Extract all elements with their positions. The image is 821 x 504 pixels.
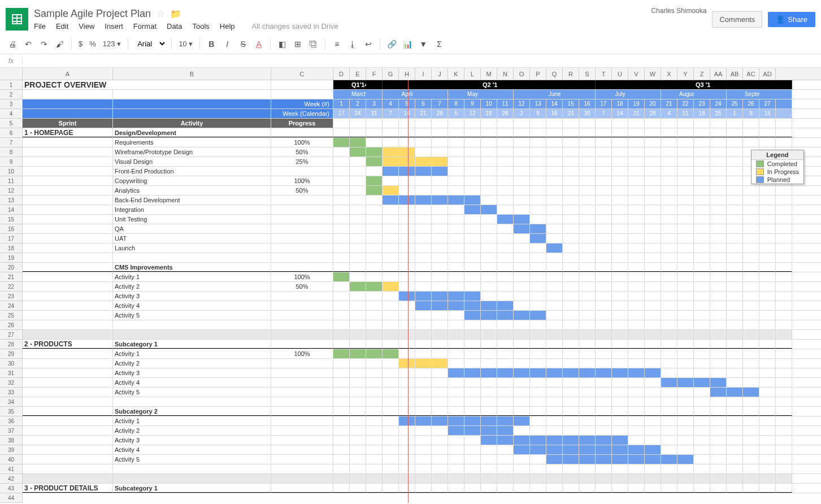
cell[interactable]: [333, 215, 350, 224]
cell[interactable]: [727, 474, 743, 483]
cell[interactable]: [481, 215, 497, 224]
cell[interactable]: [481, 234, 497, 243]
cell[interactable]: [727, 195, 743, 205]
cell[interactable]: [579, 157, 596, 166]
row-header[interactable]: 36: [0, 416, 22, 426]
cell[interactable]: [694, 90, 710, 99]
cell[interactable]: [514, 80, 530, 89]
cell[interactable]: Activity 1: [113, 272, 271, 281]
cell[interactable]: [759, 244, 776, 253]
cell[interactable]: [432, 464, 448, 473]
cell[interactable]: [759, 234, 776, 243]
cell[interactable]: [333, 244, 350, 253]
cell[interactable]: [694, 320, 710, 329]
cell[interactable]: 1: [333, 99, 350, 108]
cell[interactable]: [530, 157, 546, 166]
cell[interactable]: [727, 128, 743, 137]
cell[interactable]: [612, 397, 628, 406]
cell[interactable]: [546, 205, 563, 214]
cell[interactable]: [497, 368, 514, 377]
cell[interactable]: [677, 407, 694, 416]
cell[interactable]: [415, 349, 432, 358]
cell[interactable]: [563, 195, 579, 205]
cell[interactable]: [677, 167, 694, 176]
cell[interactable]: [333, 455, 350, 464]
cell[interactable]: [113, 474, 271, 483]
cell[interactable]: [271, 215, 333, 224]
cell[interactable]: [366, 253, 383, 262]
cell[interactable]: [514, 455, 530, 464]
cell[interactable]: [694, 484, 710, 493]
cell[interactable]: [530, 119, 546, 128]
cell[interactable]: [612, 378, 628, 387]
cell[interactable]: [727, 426, 743, 435]
cell[interactable]: [743, 397, 759, 406]
cell[interactable]: [464, 330, 481, 339]
cell[interactable]: [464, 445, 481, 454]
cell[interactable]: [415, 455, 432, 464]
cell[interactable]: [383, 301, 399, 310]
cell[interactable]: [727, 388, 743, 397]
cell[interactable]: [628, 340, 645, 349]
cell[interactable]: Activity 5: [113, 311, 271, 320]
cell[interactable]: [710, 253, 727, 262]
cell[interactable]: [694, 301, 710, 310]
cell[interactable]: [727, 253, 743, 262]
cell[interactable]: [333, 176, 350, 185]
cell[interactable]: [579, 436, 596, 445]
cell[interactable]: [677, 195, 694, 205]
cell[interactable]: [694, 234, 710, 243]
cell[interactable]: 12: [464, 109, 481, 118]
cell[interactable]: [776, 330, 792, 339]
cell[interactable]: [350, 484, 366, 493]
star-icon[interactable]: ☆: [157, 8, 164, 19]
cell[interactable]: [694, 224, 710, 233]
cell[interactable]: [383, 263, 399, 272]
cell[interactable]: [743, 320, 759, 329]
cell[interactable]: [579, 484, 596, 493]
cell[interactable]: [448, 282, 464, 291]
cell[interactable]: [497, 311, 514, 320]
cell[interactable]: [497, 205, 514, 214]
cell[interactable]: 17: [333, 109, 350, 118]
cell[interactable]: [399, 320, 415, 329]
cell[interactable]: [546, 464, 563, 473]
cell[interactable]: [481, 340, 497, 349]
cell[interactable]: [333, 416, 350, 425]
cell[interactable]: [333, 484, 350, 493]
cell[interactable]: [448, 157, 464, 166]
cell[interactable]: [694, 330, 710, 339]
cell[interactable]: 14: [546, 99, 563, 108]
cell[interactable]: [661, 349, 677, 358]
cell[interactable]: [366, 340, 383, 349]
cell[interactable]: [546, 253, 563, 262]
cell[interactable]: [645, 301, 661, 310]
cell[interactable]: 19: [628, 99, 645, 108]
cell[interactable]: [563, 215, 579, 224]
cell[interactable]: [448, 359, 464, 368]
col-header[interactable]: E: [350, 68, 366, 80]
cell[interactable]: [596, 436, 612, 445]
cell[interactable]: [448, 397, 464, 406]
cell[interactable]: [530, 128, 546, 137]
cell[interactable]: Subcategory 1: [113, 484, 271, 493]
cell[interactable]: [776, 484, 792, 493]
col-header[interactable]: AA: [710, 68, 727, 80]
menu-view[interactable]: View: [79, 22, 94, 31]
cell[interactable]: [432, 90, 448, 99]
cell[interactable]: June: [546, 90, 563, 99]
cell[interactable]: [432, 119, 448, 128]
cell[interactable]: 13: [530, 99, 546, 108]
cell[interactable]: [579, 311, 596, 320]
cell[interactable]: [563, 292, 579, 301]
col-header[interactable]: K: [448, 68, 464, 80]
cell[interactable]: [710, 484, 727, 493]
cell[interactable]: [759, 282, 776, 291]
cell[interactable]: [546, 234, 563, 243]
cell[interactable]: [464, 455, 481, 464]
cell[interactable]: [271, 474, 333, 483]
cell[interactable]: [366, 244, 383, 253]
cell[interactable]: [645, 253, 661, 262]
cell[interactable]: [366, 263, 383, 272]
cell[interactable]: [23, 234, 113, 243]
